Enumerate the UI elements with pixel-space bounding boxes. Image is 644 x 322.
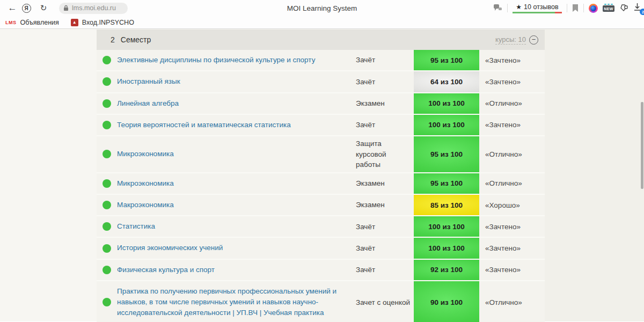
assessment-type: Экзамен <box>356 93 414 114</box>
assessment-type: Зачёт <box>356 115 414 135</box>
table-row: Статистика Зачёт 100 из 100 «Зачтено» <box>97 216 545 238</box>
score-badge: 92 из 100 <box>414 260 479 280</box>
status-dot-icon <box>103 121 111 129</box>
status-dot-icon <box>103 222 111 231</box>
score-badge: 100 из 100 <box>414 93 479 114</box>
rating-negative <box>555 12 562 13</box>
status-dot-icon <box>103 201 111 209</box>
grade-text: «Отлично» <box>479 93 545 114</box>
extension-browser-icon[interactable] <box>589 4 598 13</box>
table-row: Практика по получению первичных професси… <box>97 281 545 322</box>
inpsycho-favicon: ▲ <box>71 19 78 26</box>
page-left-margin <box>0 29 97 321</box>
course-link[interactable]: Макроэкономика <box>117 195 356 215</box>
status-dot-icon <box>103 99 111 108</box>
separator <box>583 4 584 12</box>
grade-text: «Зачтено» <box>479 216 545 237</box>
separator <box>507 4 508 12</box>
lms-favicon: LMS <box>5 20 17 25</box>
rating-bar <box>513 12 562 13</box>
courses-count-link[interactable]: курсы: 10 <box>495 35 526 45</box>
assessment-type: Зачёт <box>356 260 414 280</box>
address-bar[interactable]: lms.moi.edu.ru <box>59 3 128 14</box>
grades-table: 2 Семестр курсы: 10 − Элективные дисципл… <box>97 30 545 322</box>
course-link[interactable]: История экономических учений <box>117 238 356 258</box>
assessment-type: Зачёт <box>356 71 414 92</box>
new-extension-icon[interactable]: NEW <box>603 4 614 13</box>
course-link[interactable]: Микроэкономика <box>117 173 356 194</box>
table-row: Микроэкономика Защита курсовой работы 95… <box>97 136 545 173</box>
status-dot-icon <box>103 150 111 158</box>
score-badge: 95 из 100 <box>414 50 479 70</box>
assessment-type: Экзамен <box>356 173 414 194</box>
course-link[interactable]: Микроэкономика <box>117 136 356 172</box>
bookmark-label: Объявления <box>20 19 59 26</box>
status-dot-icon <box>103 298 111 306</box>
score-badge: 90 из 100 <box>414 281 479 322</box>
assessment-type: Зачёт <box>356 50 414 70</box>
grade-text: «Отлично» <box>479 136 545 172</box>
status-dot-icon <box>103 56 111 64</box>
grade-text: «Хорошо» <box>479 195 545 215</box>
downloads-button[interactable]: 2 <box>633 3 643 13</box>
table-row: Элективные дисциплины по физической куль… <box>97 50 545 71</box>
grade-text: «Отлично» <box>479 173 545 194</box>
star-icon: ★ <box>516 3 522 11</box>
grade-text: «Зачтено» <box>479 260 545 280</box>
grade-text: «Зачтено» <box>479 115 545 135</box>
assessment-type: Экзамен <box>356 195 414 215</box>
table-row: Линейная алгебра Экзамен 100 из 100 «Отл… <box>97 93 545 115</box>
yandex-icon: Я <box>22 4 31 13</box>
table-row: Микроэкономика Экзамен 95 из 100 «Отличн… <box>97 173 545 195</box>
bookmark-item-announcements[interactable]: LMS Объявления <box>5 19 59 26</box>
grade-text: «Отлично» <box>479 281 545 322</box>
course-link[interactable]: Теория вероятностей и математическая ста… <box>117 115 356 135</box>
bookmarks-bar: LMS Объявления ▲ Вход.INPSYCHO <box>0 16 644 29</box>
collections-icon[interactable] <box>619 4 628 12</box>
page-right-margin <box>545 29 644 321</box>
table-row: Теория вероятностей и математическая ста… <box>97 115 545 136</box>
refresh-button[interactable]: ↻ <box>36 1 50 15</box>
score-badge: 100 из 100 <box>414 238 479 258</box>
bookmark-item-inpsycho[interactable]: ▲ Вход.INPSYCHO <box>71 19 134 26</box>
reviews-label: 10 отзывов <box>524 3 559 11</box>
status-dot-icon <box>103 244 111 253</box>
assessment-type: Зачёт <box>356 238 414 258</box>
vertical-scrollbar[interactable] <box>641 102 643 189</box>
course-link[interactable]: Физическая культура и спорт <box>117 260 356 280</box>
yandex-button[interactable]: Я <box>19 1 33 15</box>
downloads-count-badge: 2 <box>640 9 644 15</box>
site-reviews[interactable]: ★ 10 отзывов <box>513 3 562 13</box>
collapse-semester-button[interactable]: − <box>529 35 538 45</box>
score-badge: 95 из 100 <box>414 173 479 194</box>
course-link[interactable]: Линейная алгебра <box>117 93 356 114</box>
assessment-type: Защита курсовой работы <box>356 136 414 172</box>
grade-text: «Зачтено» <box>479 238 545 258</box>
course-link[interactable]: Элективные дисциплины по физической куль… <box>117 50 356 70</box>
separator <box>567 4 567 12</box>
new-extension-dots <box>604 4 613 5</box>
semester-2-header: 2 Семестр курсы: 10 − <box>97 30 545 50</box>
score-badge: 85 из 100 <box>414 195 479 215</box>
assessment-type: Зачет с оценкой <box>356 281 414 322</box>
bookmark-icon[interactable] <box>572 4 579 12</box>
semester-label: Семестр <box>121 35 151 44</box>
table-row: История экономических учений Зачёт 100 и… <box>97 238 545 259</box>
protect-icon[interactable] <box>494 4 502 12</box>
page-body: 2 Семестр курсы: 10 − Элективные дисципл… <box>0 29 644 321</box>
toolbar-right-cluster: ★ 10 отзывов NEW <box>494 0 644 16</box>
back-button[interactable]: ← <box>5 1 19 15</box>
course-link[interactable]: Практика по получению первичных професси… <box>117 281 356 322</box>
status-dot-icon <box>103 266 111 274</box>
table-row: Иностранный язык Зачёт 64 из 100 «Зачтен… <box>97 71 545 93</box>
course-link[interactable]: Иностранный язык <box>117 71 356 92</box>
grade-text: «Зачтено» <box>479 50 545 70</box>
rating-positive <box>513 12 555 13</box>
course-link[interactable]: Статистика <box>117 216 356 237</box>
url-text: lms.moi.edu.ru <box>72 4 116 12</box>
semester-number: 2 <box>111 35 115 44</box>
assessment-type: Зачёт <box>356 216 414 237</box>
score-badge: 100 из 100 <box>414 115 479 135</box>
status-dot-icon <box>103 179 111 188</box>
score-badge: 100 из 100 <box>414 216 479 237</box>
